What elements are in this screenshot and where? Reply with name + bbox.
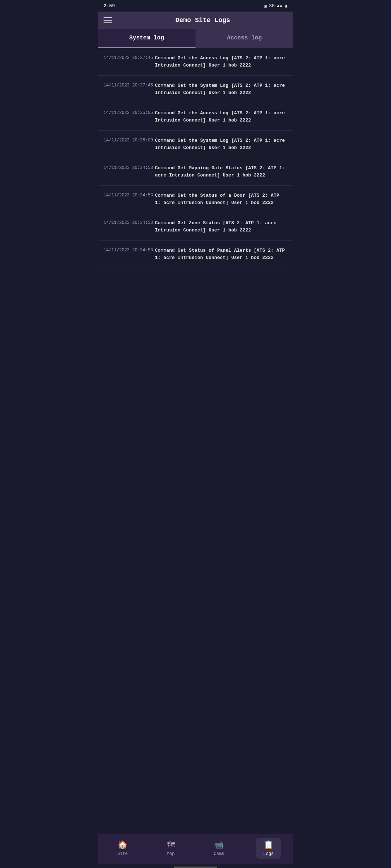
status-time: 2:59 (104, 3, 115, 9)
log-item: 14/11/2023 20:35:05Command Get the Acces… (98, 103, 293, 131)
log-list: 14/11/2023 20:37:45Command Get the Acces… (98, 48, 293, 834)
tab-access-log[interactable]: Access log (196, 29, 293, 48)
home-indicator (174, 867, 217, 868)
log-item: 14/11/2023 20:37:45Command Get the Syste… (98, 76, 293, 103)
log-timestamp: 14/11/2023 20:37:45 (104, 55, 151, 60)
log-message: Command Get Mapping Gate Status [ATS 2: … (155, 165, 287, 179)
log-item: 14/11/2023 20:35:00Command Get the Syste… (98, 131, 293, 158)
log-timestamp: 14/11/2023 20:34:53 (104, 220, 151, 225)
log-item: 14/11/2023 20:34:53Command Get Zone Stat… (98, 213, 293, 241)
nav-label-site: Site (117, 851, 128, 856)
log-message: Command Get the Access Log [ATS 2: ATP 1… (155, 110, 287, 124)
status-bar: 2:59 ▣ 3G ▲▲ ▮ (98, 0, 293, 12)
status-icons: ▣ 3G ▲▲ ▮ (264, 3, 287, 9)
battery-icon: ▮ (285, 3, 287, 9)
network-type: 3G (269, 3, 275, 9)
log-timestamp: 14/11/2023 20:34:53 (104, 192, 151, 198)
nav-item-cams[interactable]: 📹 Cams (207, 838, 232, 859)
bottom-nav: 🏠 Site 🗺 Map 📹 Cams 📋 Logs (98, 834, 293, 864)
tab-bar: System log Access log (98, 29, 293, 48)
logs-icon: 📋 (264, 840, 273, 850)
menu-button[interactable] (104, 17, 112, 23)
map-icon: 🗺 (167, 840, 175, 850)
nav-item-logs[interactable]: 📋 Logs (256, 838, 281, 859)
log-timestamp: 14/11/2023 20:35:05 (104, 110, 151, 115)
tab-system-log[interactable]: System log (98, 29, 196, 48)
log-item: 14/11/2023 20:34:53Command Get Status of… (98, 241, 293, 268)
log-message: Command Get the System Log [ATS 2: ATP 1… (155, 82, 287, 96)
top-bar: Demo Site Logs (98, 12, 293, 29)
log-timestamp: 14/11/2023 20:34:53 (104, 165, 151, 170)
site-icon: 🏠 (118, 840, 127, 850)
log-item: 14/11/2023 20:34:53Command Get Mapping G… (98, 158, 293, 186)
log-item: 14/11/2023 20:37:45Command Get the Acces… (98, 48, 293, 76)
nav-label-cams: Cams (214, 851, 224, 856)
log-message: Command Get the Status of a Door [ATS 2:… (155, 192, 287, 206)
log-timestamp: 14/11/2023 20:34:53 (104, 247, 151, 253)
page-title: Demo Site Logs (118, 17, 287, 24)
nav-item-map[interactable]: 🗺 Map (160, 838, 182, 859)
log-message: Command Get the Access Log [ATS 2: ATP 1… (155, 55, 287, 69)
log-timestamp: 14/11/2023 20:37:45 (104, 82, 151, 88)
log-item: 14/11/2023 20:34:53Command Get the Statu… (98, 186, 293, 213)
notification-icon: ▣ (264, 3, 267, 9)
log-message: Command Get the System Log [ATS 2: ATP 1… (155, 137, 287, 151)
signal-icon: ▲▲ (277, 3, 283, 9)
nav-item-site[interactable]: 🏠 Site (110, 838, 135, 859)
nav-label-logs: Logs (263, 851, 274, 856)
cams-icon: 📹 (214, 840, 224, 850)
log-timestamp: 14/11/2023 20:35:00 (104, 137, 151, 143)
nav-label-map: Map (167, 851, 175, 856)
log-message: Command Get Zone Status [ATS 2: ATP 1: a… (155, 220, 287, 234)
log-message: Command Get Status of Panel Alerts [ATS … (155, 247, 287, 261)
